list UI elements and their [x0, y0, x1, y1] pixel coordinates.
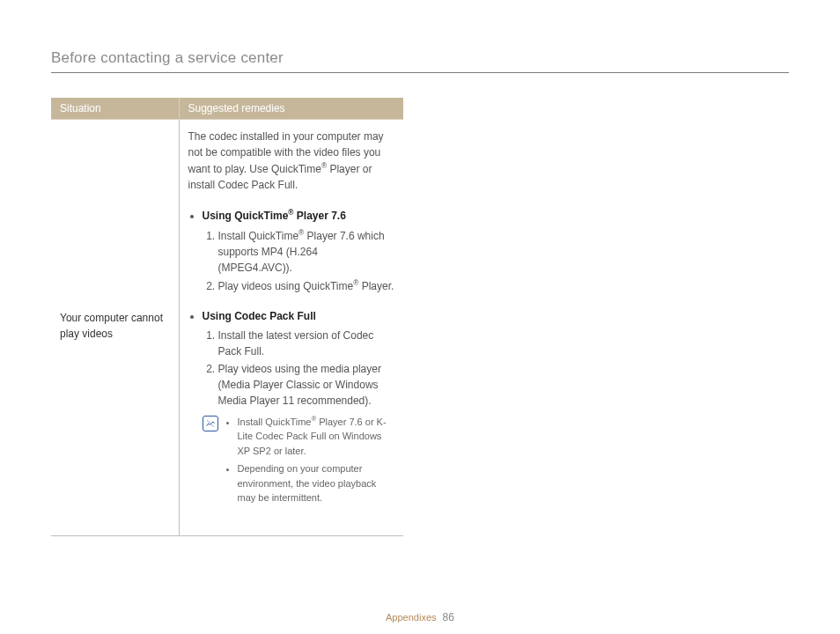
- footer-section: Appendixes: [386, 612, 437, 623]
- step: Play videos using the media player (Medi…: [218, 361, 395, 409]
- text: Install QuickTime: [218, 230, 299, 242]
- page-footer: Appendixes 86: [0, 611, 840, 623]
- step: Install the latest version of Codec Pack…: [218, 328, 395, 359]
- troubleshoot-table: Situation Suggested remedies Your comput…: [51, 98, 403, 536]
- cell-situation: Your computer cannot play videos: [51, 120, 179, 536]
- note-item: Depending on your computer environment, …: [238, 461, 395, 505]
- content-area: Situation Suggested remedies Your comput…: [51, 98, 789, 536]
- note-box: Install QuickTime® Player 7.6 or K-Lite …: [203, 414, 395, 509]
- col-header-situation: Situation: [51, 98, 179, 120]
- cell-remedy: The codec installed in your computer may…: [179, 120, 403, 536]
- note-item: Install QuickTime® Player 7.6 or K-Lite …: [238, 414, 395, 458]
- footer-page-number: 86: [443, 611, 454, 623]
- remedy-section-quicktime: Using QuickTime® Player 7.6 Install Quic…: [203, 207, 395, 294]
- section-title: Using Codec Pack Full: [203, 310, 316, 322]
- remedy-intro: The codec installed in your computer may…: [188, 129, 395, 193]
- step: Install QuickTime® Player 7.6 which supp…: [218, 227, 395, 276]
- section-title: Player 7.6: [293, 210, 345, 222]
- text: Install QuickTime: [238, 417, 312, 427]
- step: Play videos using QuickTime® Player.: [218, 277, 395, 294]
- text: Player.: [358, 280, 394, 292]
- note-icon: [203, 416, 218, 431]
- section-title: Using QuickTime: [203, 210, 289, 222]
- remedy-section-codecpack: Using Codec Pack Full Install the latest…: [203, 308, 395, 509]
- col-header-remedies: Suggested remedies: [179, 98, 403, 120]
- page-title: Before contacting a service center: [51, 49, 789, 73]
- text: Play videos using QuickTime: [218, 280, 354, 292]
- table-row: Your computer cannot play videos The cod…: [51, 120, 403, 536]
